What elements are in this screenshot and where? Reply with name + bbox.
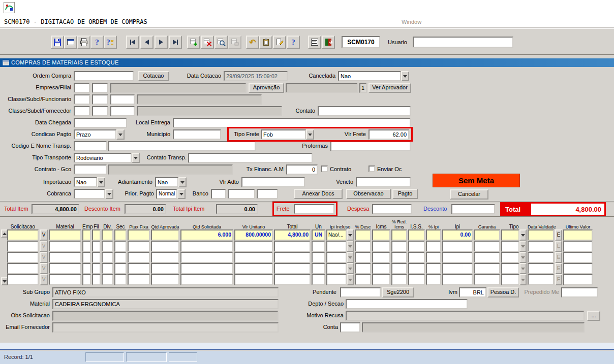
pct-desc-cell[interactable] — [355, 263, 371, 274]
pct-red-icms-cell[interactable] — [391, 241, 407, 252]
delete-record-button[interactable] — [201, 36, 214, 49]
vlr-unitario-cell[interactable] — [234, 252, 273, 263]
total-cell[interactable] — [274, 241, 311, 252]
garantia-cell[interactable] — [474, 263, 500, 274]
pessoa-d-button[interactable]: Pessoa D. — [487, 287, 519, 297]
classe-forn-input[interactable] — [74, 106, 90, 116]
enter-query-button[interactable] — [214, 36, 228, 49]
fil-cell[interactable] — [92, 274, 101, 285]
exit-button[interactable] — [322, 36, 335, 49]
ultimo-valor-cell[interactable] — [563, 229, 593, 241]
un-cell[interactable] — [312, 263, 325, 274]
subcl-forn-input[interactable] — [92, 106, 108, 116]
help2-button[interactable]: ? — [287, 36, 300, 49]
prior-pagto-value[interactable]: Normal — [156, 189, 177, 199]
nav-prev-button[interactable] — [140, 36, 154, 49]
fil-cell[interactable] — [92, 241, 101, 252]
adiantamento-value[interactable]: Nao — [155, 177, 178, 187]
iss-cell[interactable] — [408, 274, 425, 285]
pct-red-icms-cell[interactable] — [391, 252, 407, 263]
pct-red-icms-cell[interactable] — [391, 263, 407, 274]
anexar-docs-button[interactable]: Anexar Docs — [294, 189, 343, 199]
material-lookup-button[interactable]: V — [40, 263, 48, 274]
sge2200-button[interactable]: Sge2200 — [382, 287, 414, 297]
cancelar-button[interactable]: Cancelar — [450, 189, 488, 200]
banco-input-2[interactable] — [228, 189, 255, 199]
pct-desc-cell[interactable] — [355, 274, 371, 285]
icms-cell[interactable] — [372, 252, 390, 263]
fornecedor-input[interactable] — [110, 106, 135, 116]
adiantamento-dropdown[interactable]: Nao — [155, 177, 187, 187]
vlr-unitario-cell[interactable] — [234, 274, 273, 285]
vlr-frete-input[interactable] — [369, 129, 409, 140]
ptax-fixa-cell[interactable] — [128, 229, 150, 241]
fil-cell[interactable] — [92, 252, 101, 263]
ptax-fixa-cell[interactable] — [128, 241, 150, 252]
iss-cell[interactable] — [408, 252, 425, 263]
qtd-aprovada-cell[interactable] — [151, 252, 179, 263]
prior-pagto-dropdown[interactable]: Normal — [156, 189, 186, 199]
vlr-unitario-cell[interactable] — [234, 241, 273, 252]
un-cell[interactable] — [312, 252, 325, 263]
sec-cell[interactable] — [114, 274, 127, 285]
div-cell[interactable] — [102, 252, 113, 263]
e-flag-button[interactable]: E — [555, 274, 562, 285]
qtd-solicitada-cell[interactable] — [180, 241, 233, 252]
pct-red-icms-cell[interactable] — [391, 229, 407, 241]
pagto-button[interactable]: Pagto — [392, 189, 418, 199]
solicitacao-cell[interactable] — [7, 252, 39, 263]
banco-input-1[interactable] — [211, 189, 226, 199]
tipo-dropdown[interactable] — [501, 274, 527, 285]
qtd-aprovada-cell[interactable] — [151, 263, 179, 274]
tipo-frete-value[interactable]: Fob — [261, 129, 306, 140]
nome-transp-input[interactable] — [108, 141, 256, 151]
filial-input[interactable] — [92, 83, 108, 93]
icms-cell[interactable] — [372, 263, 390, 274]
nav-last-button[interactable] — [169, 36, 182, 49]
vlr-adto-input[interactable] — [241, 177, 305, 187]
garantia-cell[interactable] — [474, 252, 500, 263]
iss-cell[interactable] — [408, 241, 425, 252]
usuario-input[interactable] — [413, 37, 513, 48]
importacao-dropdown[interactable]: Nao — [74, 177, 105, 187]
proformas-input[interactable] — [330, 141, 411, 151]
data-validade-cell[interactable] — [528, 241, 554, 252]
cobranca-dropdown[interactable] — [74, 189, 113, 199]
solicitacao-cell[interactable] — [7, 241, 39, 252]
solicitacao-cell[interactable] — [7, 274, 39, 285]
ipi-cell[interactable] — [442, 252, 473, 263]
fil-cell[interactable] — [92, 263, 101, 274]
banco-input-3[interactable] — [257, 189, 278, 199]
div-cell[interactable] — [102, 263, 113, 274]
data-validade-cell[interactable] — [528, 229, 554, 241]
icms-cell[interactable] — [372, 274, 390, 285]
qtd-solicitada-cell[interactable] — [180, 252, 233, 263]
ipi-cell[interactable] — [442, 263, 473, 274]
fil-cell[interactable] — [92, 229, 101, 241]
sec-cell[interactable] — [114, 229, 127, 241]
div-cell[interactable] — [102, 241, 113, 252]
emp-cell[interactable] — [82, 229, 91, 241]
codigo-transp-input[interactable] — [74, 141, 107, 151]
nav-first-button[interactable] — [126, 36, 139, 49]
pct-ipi-cell[interactable] — [426, 274, 441, 285]
garantia-cell[interactable] — [474, 274, 500, 285]
contrato-checkbox[interactable] — [321, 166, 328, 172]
ultimo-valor-cell[interactable] — [563, 252, 593, 263]
qtd-solicitada-cell[interactable]: 6.000 — [180, 229, 233, 241]
tipo-transporte-value[interactable]: Rodoviario — [74, 153, 132, 163]
ultimo-valor-cell[interactable] — [563, 274, 593, 285]
ipi-cell[interactable]: 0.00 — [442, 229, 473, 241]
ipi-incluso-value[interactable]: Nao/... — [326, 229, 347, 241]
undo-button[interactable]: ↶ — [246, 36, 259, 49]
conta-input[interactable] — [340, 322, 360, 333]
tipo-value[interactable] — [501, 229, 519, 241]
pendente-input[interactable] — [340, 287, 381, 297]
vlr-unitario-cell[interactable] — [234, 263, 273, 274]
total-cell[interactable]: 4,800.00 — [274, 229, 311, 241]
ipi-incluso-value[interactable] — [326, 263, 347, 274]
iss-cell[interactable] — [408, 263, 425, 274]
cancel-query-button[interactable] — [228, 36, 241, 49]
ptax-fixa-cell[interactable] — [128, 263, 150, 274]
tx-financ-input[interactable] — [286, 164, 318, 175]
